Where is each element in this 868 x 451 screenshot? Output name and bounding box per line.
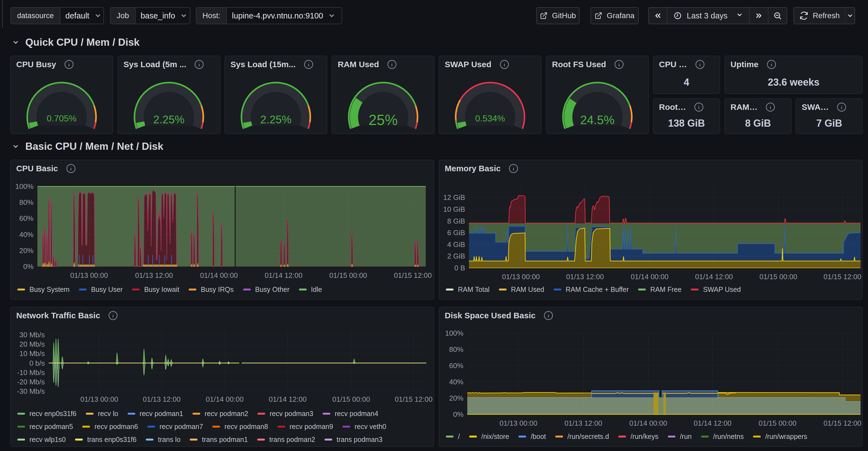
svg-text:6 GiB: 6 GiB [447,228,465,237]
svg-text:01/14 00:00: 01/14 00:00 [206,395,243,403]
svg-text:4 GiB: 4 GiB [447,241,465,249]
svg-text:01/15 12:00: 01/15 12:00 [394,271,432,279]
svg-text:10 Mb/s: 10 Mb/s [20,349,45,358]
svg-text:0 b/s: 0 b/s [29,359,45,367]
svg-text:-10 Mb/s: -10 Mb/s [17,368,45,377]
svg-text:0%: 0% [23,262,34,271]
svg-text:20%: 20% [449,394,463,402]
svg-text:30 Mb/s: 30 Mb/s [20,331,45,339]
svg-text:80%: 80% [19,198,34,206]
svg-text:01/15 00:00: 01/15 00:00 [760,273,797,281]
svg-text:01/13 00:00: 01/13 00:00 [80,395,118,403]
svg-text:-20 Mb/s: -20 Mb/s [17,378,45,386]
svg-text:100%: 100% [445,329,464,337]
svg-text:40%: 40% [19,230,34,239]
svg-text:100%: 100% [16,182,34,191]
svg-text:60%: 60% [449,362,463,370]
svg-text:0.534%: 0.534% [475,113,505,123]
svg-text:2.25%: 2.25% [260,113,291,125]
svg-text:-30 Mb/s: -30 Mb/s [17,387,45,395]
svg-text:01/14 12:00: 01/14 12:00 [269,395,306,403]
svg-text:01/15 12:00: 01/15 12:00 [824,419,861,427]
svg-text:0 B: 0 B [454,264,465,272]
svg-text:01/14 00:00: 01/14 00:00 [200,271,238,279]
svg-text:0.705%: 0.705% [47,113,77,123]
svg-text:0%: 0% [453,410,463,419]
svg-text:01/15 00:00: 01/15 00:00 [329,271,367,279]
svg-text:01/14 12:00: 01/14 12:00 [695,273,733,281]
svg-text:24.5%: 24.5% [580,113,615,126]
svg-text:01/15 00:00: 01/15 00:00 [758,419,796,427]
svg-text:40%: 40% [449,378,463,386]
svg-text:2.25%: 2.25% [153,113,184,125]
svg-text:01/15 12:00: 01/15 12:00 [395,395,432,403]
svg-text:01/15 00:00: 01/15 00:00 [332,395,370,403]
svg-text:01/13 00:00: 01/13 00:00 [499,419,537,427]
svg-text:20 Mb/s: 20 Mb/s [20,340,45,348]
svg-text:12 GiB: 12 GiB [443,193,465,201]
svg-text:01/14 00:00: 01/14 00:00 [631,273,668,281]
svg-text:10 GiB: 10 GiB [443,205,465,214]
svg-text:01/15 12:00: 01/15 12:00 [824,273,861,281]
svg-text:01/13 12:00: 01/13 12:00 [564,419,602,427]
svg-text:01/14 12:00: 01/14 12:00 [265,271,302,279]
svg-text:01/13 00:00: 01/13 00:00 [502,273,539,281]
svg-text:01/13 12:00: 01/13 12:00 [143,395,180,403]
svg-text:01/13 12:00: 01/13 12:00 [135,271,173,279]
svg-text:01/13 12:00: 01/13 12:00 [566,273,604,281]
svg-text:01/13 00:00: 01/13 00:00 [70,271,108,279]
svg-text:25%: 25% [369,112,398,128]
svg-text:01/14 00:00: 01/14 00:00 [629,419,667,427]
svg-text:60%: 60% [19,214,34,223]
svg-text:8 GiB: 8 GiB [447,217,465,225]
svg-text:2 GiB: 2 GiB [447,252,465,260]
svg-text:01/14 12:00: 01/14 12:00 [694,419,731,427]
svg-text:80%: 80% [449,345,463,354]
svg-text:20%: 20% [19,247,34,255]
